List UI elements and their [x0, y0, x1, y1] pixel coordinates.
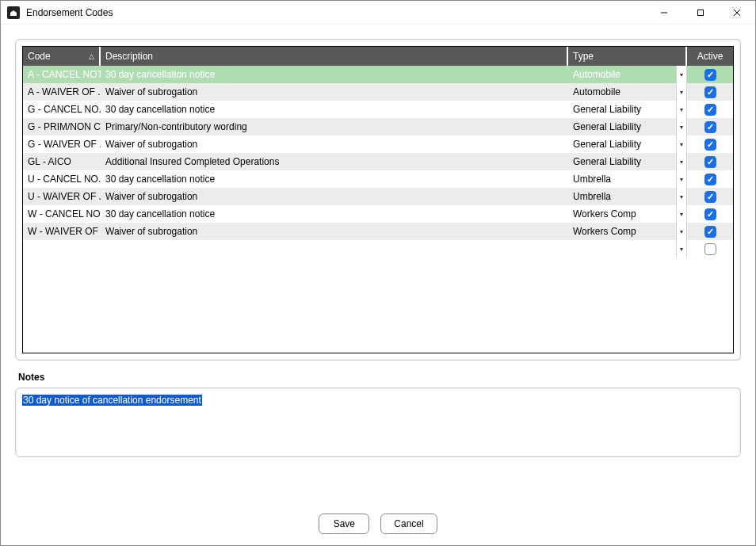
table-row[interactable]: G - WAIVER OF ...Waiver of subrogationGe…: [23, 136, 733, 153]
cell-type[interactable]: Workers Comp: [568, 223, 676, 240]
type-dropdown-button[interactable]: ▾: [676, 223, 687, 240]
col-header-active[interactable]: Active: [687, 47, 733, 66]
cell-type[interactable]: [568, 240, 676, 258]
col-header-type[interactable]: Type: [568, 47, 687, 66]
cell-type[interactable]: Automobile: [568, 66, 676, 83]
cell-description[interactable]: Primary/Non-contributory wording: [101, 118, 568, 136]
active-checkbox[interactable]: [704, 69, 716, 81]
active-checkbox[interactable]: [704, 208, 716, 220]
cell-description[interactable]: Waiver of subrogation: [101, 223, 568, 240]
type-dropdown-button[interactable]: ▾: [676, 101, 687, 118]
type-dropdown-button[interactable]: ▾: [676, 170, 687, 188]
app-icon: [7, 6, 20, 19]
cell-code[interactable]: W - CANCEL NO...: [23, 205, 101, 223]
table-row[interactable]: A - CANCEL NOT...30 day cancellation not…: [23, 66, 733, 83]
endorsement-grid: Code △ Description Type Active A - CANCE…: [22, 46, 734, 353]
cell-code[interactable]: U - CANCEL NO...: [23, 170, 101, 188]
col-header-type-label: Type: [573, 51, 594, 62]
cell-type[interactable]: General Liability: [568, 118, 676, 136]
grid-header: Code △ Description Type Active: [23, 47, 733, 66]
type-dropdown-button[interactable]: ▾: [676, 83, 687, 101]
svg-rect-1: [698, 10, 704, 15]
maximize-button[interactable]: [682, 1, 719, 25]
active-checkbox[interactable]: [704, 243, 716, 255]
cell-code[interactable]: A - WAIVER OF ...: [23, 83, 101, 101]
cell-description[interactable]: Additional Insured Completed Operations: [101, 153, 568, 170]
type-dropdown-button[interactable]: ▾: [676, 153, 687, 170]
type-dropdown-button[interactable]: ▾: [676, 240, 687, 258]
cell-description[interactable]: 30 day cancellation notice: [101, 205, 568, 223]
cell-code[interactable]: W - WAIVER OF ...: [23, 223, 101, 240]
cell-description[interactable]: [101, 240, 568, 258]
active-checkbox[interactable]: [704, 86, 716, 98]
cell-code[interactable]: G - PRIM/NON C...: [23, 118, 101, 136]
cell-code[interactable]: U - WAIVER OF ...: [23, 188, 101, 205]
cell-description[interactable]: 30 day cancellation notice: [101, 66, 568, 83]
type-dropdown-button[interactable]: ▾: [676, 118, 687, 136]
chevron-down-icon: ▾: [680, 71, 683, 78]
cell-type[interactable]: Umbrella: [568, 188, 676, 205]
chevron-down-icon: ▾: [680, 141, 683, 148]
cell-code[interactable]: GL - AICO: [23, 153, 101, 170]
cell-type[interactable]: General Liability: [568, 153, 676, 170]
grid-body[interactable]: A - CANCEL NOT...30 day cancellation not…: [23, 66, 733, 353]
cell-active: [687, 101, 733, 118]
cell-description[interactable]: Waiver of subrogation: [101, 188, 568, 205]
col-header-description[interactable]: Description: [101, 47, 568, 66]
minimize-button[interactable]: [646, 1, 682, 25]
active-checkbox[interactable]: [704, 226, 716, 238]
title-bar: Endorsement Codes: [1, 1, 755, 25]
table-row[interactable]: ▾: [23, 240, 733, 258]
cell-description[interactable]: 30 day cancellation notice: [101, 170, 568, 188]
cell-active: [687, 170, 733, 188]
chevron-down-icon: ▾: [680, 228, 683, 235]
type-dropdown-button[interactable]: ▾: [676, 136, 687, 153]
table-row[interactable]: G - PRIM/NON C...Primary/Non-contributor…: [23, 118, 733, 136]
button-row: Save Cancel: [15, 499, 741, 536]
cell-active: [687, 188, 733, 205]
cell-description[interactable]: 30 day cancellation notice: [101, 101, 568, 118]
table-row[interactable]: U - WAIVER OF ...Waiver of subrogationUm…: [23, 188, 733, 205]
cell-active: [687, 153, 733, 170]
sort-ascending-icon: △: [86, 52, 94, 60]
cell-active: [687, 205, 733, 223]
cell-type[interactable]: Automobile: [568, 83, 676, 101]
table-row[interactable]: W - WAIVER OF ...Waiver of subrogationWo…: [23, 223, 733, 240]
cell-active: [687, 240, 733, 258]
cell-code[interactable]: [23, 240, 101, 258]
cell-description[interactable]: Waiver of subrogation: [101, 83, 568, 101]
active-checkbox[interactable]: [704, 156, 716, 168]
notes-panel: 30 day notice of cancellation endorsemen…: [15, 388, 741, 457]
col-header-code[interactable]: Code △: [23, 47, 101, 66]
cell-code[interactable]: G - CANCEL NO...: [23, 101, 101, 118]
type-dropdown-button[interactable]: ▾: [676, 66, 687, 83]
type-dropdown-button[interactable]: ▾: [676, 205, 687, 223]
active-checkbox[interactable]: [704, 139, 716, 151]
notes-label: Notes: [18, 372, 738, 383]
table-row[interactable]: W - CANCEL NO...30 day cancellation noti…: [23, 205, 733, 223]
chevron-down-icon: ▾: [680, 176, 683, 183]
cell-code[interactable]: G - WAIVER OF ...: [23, 136, 101, 153]
active-checkbox[interactable]: [704, 174, 716, 185]
table-row[interactable]: A - WAIVER OF ...Waiver of subrogationAu…: [23, 83, 733, 101]
table-row[interactable]: G - CANCEL NO...30 day cancellation noti…: [23, 101, 733, 118]
cell-type[interactable]: Umbrella: [568, 170, 676, 188]
cancel-button[interactable]: Cancel: [380, 514, 437, 534]
close-button[interactable]: [719, 1, 755, 25]
cell-type[interactable]: General Liability: [568, 101, 676, 118]
cell-code[interactable]: A - CANCEL NOT...: [23, 66, 101, 83]
save-button[interactable]: Save: [319, 514, 369, 534]
close-icon: [733, 9, 741, 17]
type-dropdown-button[interactable]: ▾: [676, 188, 687, 205]
active-checkbox[interactable]: [704, 191, 716, 203]
cell-type[interactable]: Workers Comp: [568, 205, 676, 223]
active-checkbox[interactable]: [704, 121, 716, 133]
notes-text: 30 day notice of cancellation endorsemen…: [22, 395, 202, 406]
active-checkbox[interactable]: [704, 104, 716, 116]
cell-description[interactable]: Waiver of subrogation: [101, 136, 568, 153]
cell-type[interactable]: General Liability: [568, 136, 676, 153]
table-row[interactable]: GL - AICOAdditional Insured Completed Op…: [23, 153, 733, 170]
notes-textarea[interactable]: 30 day notice of cancellation endorsemen…: [21, 393, 735, 452]
minimize-icon: [660, 9, 668, 17]
table-row[interactable]: U - CANCEL NO...30 day cancellation noti…: [23, 170, 733, 188]
